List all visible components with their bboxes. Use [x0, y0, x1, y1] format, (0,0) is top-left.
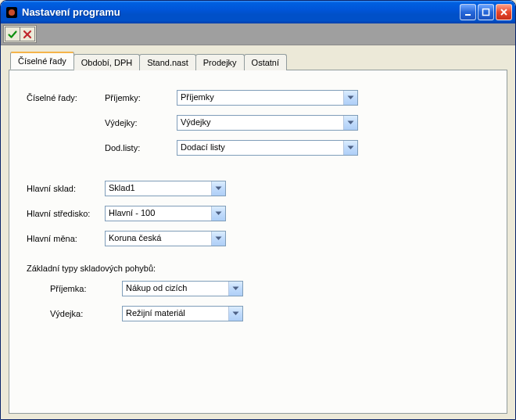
- dropdown-value: Hlavní - 100: [106, 206, 211, 221]
- ok-button[interactable]: [5, 27, 20, 41]
- svg-marker-9: [348, 121, 354, 125]
- program-settings-window: Nastavení programu: [0, 0, 516, 420]
- tab-label: Stand.nast: [147, 58, 188, 67]
- dropdown-value: Výdejky: [177, 116, 343, 130]
- svg-marker-13: [216, 237, 222, 241]
- tab-panel: Číselné řady: Příjemky: Příjemky Výdejky…: [9, 70, 507, 414]
- tab-ostatni[interactable]: Ostatní: [244, 54, 287, 70]
- tab-obdobi-dph[interactable]: Období, DPH: [73, 54, 140, 70]
- chevron-down-icon: [211, 206, 225, 221]
- svg-marker-8: [348, 96, 354, 100]
- window-controls: [460, 4, 512, 20]
- close-button[interactable]: [496, 4, 512, 20]
- label-hlavni-sklad: Hlavní sklad:: [27, 184, 105, 193]
- dropdown-hlavni-sklad[interactable]: Sklad1: [105, 181, 226, 196]
- dropdown-hlavni-mena[interactable]: Koruna česká: [105, 231, 226, 246]
- toolbar: [1, 23, 515, 45]
- svg-marker-11: [216, 187, 222, 191]
- label-zakladni-typy: Základní typy skladových pohybů:: [27, 264, 489, 273]
- chevron-down-icon: [343, 91, 357, 105]
- cancel-button[interactable]: [20, 27, 35, 41]
- dropdown-vydejky[interactable]: Výdejky: [177, 115, 358, 131]
- tab-stand-nast[interactable]: Stand.nast: [139, 54, 196, 70]
- chevron-down-icon: [228, 282, 242, 296]
- tab-label: Ostatní: [252, 58, 279, 67]
- maximize-button[interactable]: [478, 4, 494, 20]
- svg-marker-10: [348, 146, 354, 150]
- titlebar: Nastavení programu: [1, 1, 515, 23]
- tab-label: Číselné řady: [18, 56, 66, 66]
- dropdown-value: Nákup od cizích: [123, 282, 228, 296]
- tab-prodejky[interactable]: Prodejky: [195, 54, 245, 70]
- tab-label: Období, DPH: [81, 58, 132, 67]
- dropdown-hlavni-stredisko[interactable]: Hlavní - 100: [105, 206, 226, 221]
- dropdown-vydejka[interactable]: Režijní materiál: [122, 306, 243, 321]
- dropdown-prijemky[interactable]: Příjemky: [177, 90, 358, 106]
- label-vydejky: Výdejky:: [105, 118, 177, 127]
- chevron-down-icon: [343, 116, 357, 130]
- chevron-down-icon: [211, 181, 225, 196]
- dropdown-value: Koruna česká: [106, 232, 211, 246]
- tab-ciselne-rady[interactable]: Číselné řady: [10, 52, 74, 70]
- dropdown-value: Režijní materiál: [123, 307, 228, 321]
- tab-label: Prodejky: [203, 58, 237, 67]
- dropdown-prijemka[interactable]: Nákup od cizích: [122, 281, 243, 296]
- svg-point-1: [9, 9, 15, 16]
- chevron-down-icon: [228, 307, 242, 321]
- label-hlavni-mena: Hlavní měna:: [27, 234, 105, 243]
- label-dod-listy: Dod.listy:: [105, 143, 177, 153]
- label-prijemka: Příjemka:: [50, 284, 122, 293]
- label-vydejka: Výdejka:: [50, 309, 122, 318]
- chevron-down-icon: [211, 232, 225, 246]
- chevron-down-icon: [343, 141, 357, 155]
- dropdown-value: Příjemky: [177, 91, 343, 105]
- label-prijemky: Příjemky:: [105, 93, 177, 102]
- dropdown-dod-listy[interactable]: Dodací listy: [177, 140, 358, 156]
- label-hlavni-stredisko: Hlavní středisko:: [27, 209, 105, 218]
- svg-marker-12: [216, 212, 222, 216]
- dropdown-value: Dodací listy: [177, 141, 343, 155]
- app-icon: [5, 6, 18, 19]
- svg-marker-15: [233, 312, 239, 316]
- window-title: Nastavení programu: [22, 6, 460, 18]
- svg-rect-2: [465, 14, 471, 16]
- label-ciselne-rady: Číselné řady:: [27, 93, 105, 102]
- svg-rect-3: [483, 9, 489, 16]
- client-area: Číselné řady Období, DPH Stand.nast Prod…: [1, 45, 515, 420]
- dropdown-value: Sklad1: [106, 181, 211, 196]
- tab-bar: Číselné řady Období, DPH Stand.nast Prod…: [9, 52, 507, 70]
- minimize-button[interactable]: [460, 4, 476, 20]
- svg-marker-14: [233, 287, 239, 291]
